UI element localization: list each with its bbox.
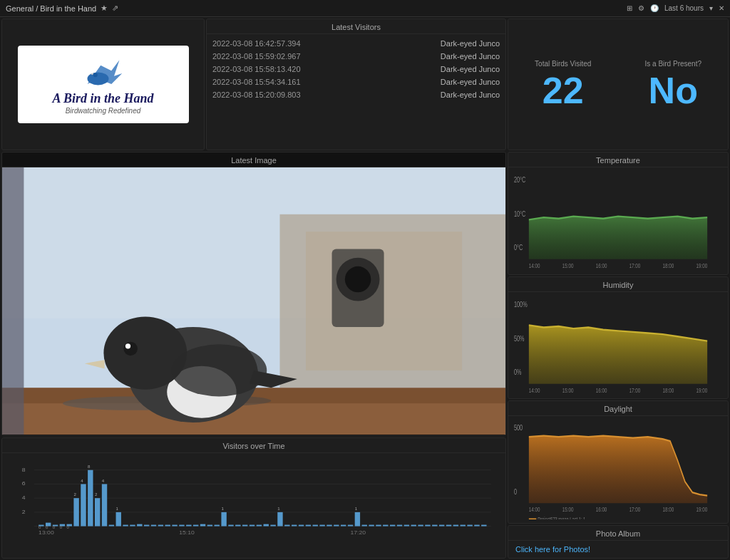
time-range[interactable]: Last 6 hours [664, 4, 704, 12]
top-bar: General / Bird in the Hand ★ ⇗ ⊞ ⚙ 🕐 Las… [0, 0, 730, 17]
svg-text:14:00: 14:00 [529, 262, 540, 270]
visitor-species: Dark-eyed Junco [381, 76, 505, 88]
svg-text:0: 0 [46, 525, 48, 529]
breadcrumb-area: General / Bird in the Hand ★ ⇗ [6, 4, 118, 13]
svg-text:0%: 0% [514, 367, 522, 376]
svg-rect-85 [179, 525, 184, 527]
svg-point-16 [123, 342, 137, 356]
visitors-table: 2022-03-08 16:42:57.394Dark-eyed Junco20… [207, 37, 505, 101]
daylight-panel: Daylight 500 0 14:00 15:00 [508, 400, 729, 524]
svg-text:4: 4 [81, 479, 83, 483]
svg-text:15:00: 15:00 [562, 387, 574, 395]
histogram-panel: Visitors over Time Count 8 6 4 2 [1, 437, 506, 559]
grid-icon[interactable]: ⊞ [627, 4, 632, 12]
svg-rect-72 [88, 470, 93, 527]
svg-point-1 [87, 73, 108, 85]
visitor-species: Dark-eyed Junco [381, 50, 505, 63]
svg-rect-109 [348, 525, 353, 527]
is-present-label: Is a Bird Present? [645, 60, 701, 68]
svg-rect-119 [418, 525, 423, 527]
svg-rect-90 [215, 525, 220, 527]
svg-point-18 [171, 344, 267, 396]
visitors-panel: Latest Visitors 2022-03-08 16:42:57.394D… [206, 19, 506, 150]
svg-rect-81 [151, 525, 156, 527]
svg-rect-79 [137, 524, 142, 527]
svg-text:8: 8 [22, 467, 26, 473]
visitor-row: 2022-03-08 15:59:02.967Dark-eyed Junco [207, 50, 505, 63]
temperature-chart-area: 20°C 10°C 0°C 14:00 15:00 16 [508, 167, 728, 274]
time-range-chevron[interactable]: ▾ [709, 4, 713, 12]
star-icon[interactable]: ★ [101, 4, 108, 13]
share-icon[interactable]: ⇗ [112, 4, 118, 13]
daylight-chart: 500 0 14:00 15:00 16:00 17:00 [514, 418, 722, 519]
svg-text:17:00: 17:00 [629, 506, 641, 513]
svg-text:17:00: 17:00 [629, 262, 641, 270]
svg-rect-126 [467, 525, 472, 527]
histogram-chart: Count 8 6 4 2 [8, 456, 500, 554]
svg-text:18:00: 18:00 [663, 506, 674, 513]
svg-text:1: 1 [277, 507, 279, 510]
close-icon[interactable]: ✕ [719, 4, 724, 12]
photo-album-panel: Photo Album Click here for Photos! [508, 525, 729, 559]
svg-text:14:00: 14:00 [529, 387, 540, 395]
temperature-panel: Temperature 20°C 10°C 0°C [508, 152, 729, 275]
svg-rect-78 [130, 525, 135, 527]
visitor-timestamp: 2022-03-08 15:54:34.161 [207, 76, 381, 88]
svg-text:1: 1 [116, 507, 118, 510]
svg-rect-102 [299, 525, 304, 527]
humidity-chart: 100% 50% 0% 14:00 15:00 16:00 [514, 294, 722, 395]
svg-rect-111 [362, 525, 367, 527]
svg-rect-113 [376, 525, 381, 527]
svg-rect-74 [102, 484, 107, 526]
svg-rect-127 [474, 525, 479, 527]
svg-rect-123 [446, 525, 451, 527]
humidity-chart-area: 100% 50% 0% 14:00 15:00 16:00 [508, 292, 728, 398]
svg-text:15:00: 15:00 [562, 506, 574, 513]
svg-rect-104 [313, 525, 318, 527]
settings-icon[interactable]: ⚙ [638, 4, 644, 12]
total-birds-label: Total Birds Visited [535, 60, 591, 68]
logo-subtitle: Birdwatching Redefined [31, 107, 176, 115]
svg-rect-117 [404, 525, 409, 527]
svg-text:1: 1 [221, 507, 223, 510]
svg-point-17 [125, 343, 130, 348]
svg-rect-86 [186, 525, 191, 527]
image-title: Latest Image [2, 152, 505, 167]
visitor-timestamp: 2022-03-08 16:42:57.394 [207, 37, 381, 50]
logo-box: A Bird in the Hand Birdwatching Redefine… [18, 46, 189, 123]
svg-text:16:00: 16:00 [596, 262, 607, 270]
svg-rect-98 [270, 525, 275, 527]
humidity-panel: Humidity 100% 50% 0% 14:00 [508, 276, 729, 400]
humidity-title: Humidity [508, 277, 728, 292]
svg-rect-100 [284, 525, 289, 527]
svg-rect-128 [481, 525, 486, 527]
svg-text:16:00: 16:00 [596, 506, 607, 513]
svg-rect-124 [453, 525, 458, 527]
clock-icon: 🕐 [650, 4, 659, 12]
daylight-title: Daylight [508, 401, 728, 416]
svg-text:2: 2 [95, 493, 97, 497]
temperature-title: Temperature [508, 152, 728, 167]
svg-text:0°C: 0°C [514, 243, 523, 252]
svg-rect-92 [228, 525, 233, 527]
svg-text:Project573.mean  Last 1: 1: Project573.mean Last 1: 1 [538, 517, 585, 519]
logo-panel: A Bird in the Hand Birdwatching Redefine… [1, 19, 205, 150]
svg-text:20°C: 20°C [514, 175, 525, 184]
svg-text:17:20: 17:20 [351, 530, 366, 536]
svg-rect-120 [425, 525, 430, 527]
svg-rect-107 [334, 525, 339, 527]
photo-album-link[interactable]: Click here for Photos! [508, 541, 728, 558]
svg-rect-94 [242, 525, 247, 527]
temperature-chart: 20°C 10°C 0°C 14:00 15:00 16 [514, 169, 722, 271]
visitor-species: Dark-eyed Junco [381, 37, 505, 50]
svg-text:18:00: 18:00 [663, 387, 674, 395]
svg-rect-20 [2, 167, 24, 435]
svg-text:6: 6 [22, 481, 26, 487]
bird-logo-icon [82, 54, 125, 90]
svg-text:19:00: 19:00 [696, 506, 708, 513]
svg-rect-122 [439, 525, 444, 527]
svg-rect-108 [341, 525, 346, 527]
svg-text:0: 0 [53, 525, 55, 529]
svg-text:19:00: 19:00 [696, 387, 708, 395]
svg-rect-110 [355, 512, 360, 527]
